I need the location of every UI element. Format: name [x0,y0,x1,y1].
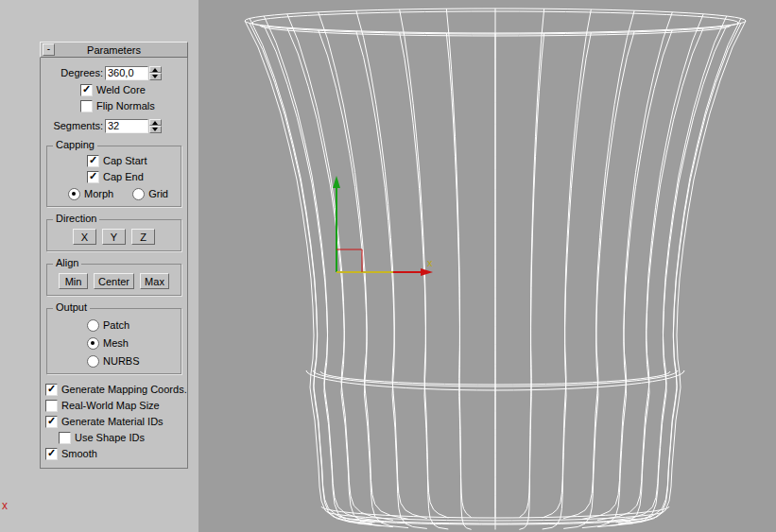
degrees-input[interactable]: 360,0 [105,66,148,80]
generate-material-checkbox[interactable] [45,416,58,428]
grid-radio[interactable] [132,188,145,200]
capping-group-title: Capping [53,139,97,150]
align-min-button[interactable]: Min [59,273,88,289]
mesh-radio[interactable] [87,337,99,350]
segments-spinner-up-icon[interactable] [149,119,162,127]
use-shape-ids-label: Use Shape IDs [75,432,145,443]
cap-end-label: Cap End [103,171,144,182]
direction-y-button[interactable]: Y [102,229,126,245]
output-group: Output Patch Mesh NURBS [46,308,181,374]
morph-radio-row[interactable]: Morph [68,187,113,200]
cap-start-checkbox[interactable] [87,155,99,167]
generate-mapping-row[interactable]: Generate Mapping Coords. [45,383,187,396]
degrees-spinner[interactable] [149,66,162,80]
generate-material-row[interactable]: Generate Material IDs [45,415,187,428]
segments-label: Segments: [53,120,103,131]
patch-radio[interactable] [87,319,99,332]
smooth-checkbox[interactable] [45,448,58,460]
degrees-row: Degrees: 360,0 [41,65,187,80]
generate-mapping-checkbox[interactable] [45,384,58,396]
real-world-checkbox[interactable] [45,400,58,412]
cap-start-row[interactable]: Cap Start [87,154,177,167]
segments-input[interactable]: 32 [105,119,148,133]
grid-label: Grid [148,188,168,199]
use-shape-ids-row[interactable]: Use Shape IDs [59,431,187,444]
rollout-collapse-button[interactable]: - [43,43,55,56]
segments-row: Segments: 32 [41,118,187,133]
output-mesh-row[interactable]: Mesh [87,336,177,350]
cap-start-label: Cap Start [103,155,147,166]
nurbs-radio[interactable] [87,355,99,368]
command-panel: - Parameters Degrees: 360,0 Weld Core Fl… [0,0,198,532]
align-group: Align Min Center Max [46,264,181,296]
viewport-corner-axis-label: x [2,499,8,512]
parameters-rollout-body: Degrees: 360,0 Weld Core Flip Normals Se… [40,58,188,469]
align-max-button[interactable]: Max [140,273,169,289]
direction-group: Direction X Y Z [46,219,181,251]
weld-core-checkbox[interactable] [80,84,93,96]
direction-x-button[interactable]: X [73,229,96,245]
cap-end-row[interactable]: Cap End [87,170,177,183]
smooth-row[interactable]: Smooth [45,447,187,460]
direction-group-title: Direction [53,213,99,224]
direction-z-button[interactable]: Z [131,229,155,245]
output-patch-row[interactable]: Patch [87,318,177,332]
svg-text:x: x [427,257,433,268]
weld-core-row[interactable]: Weld Core [80,83,187,96]
mesh-label: Mesh [103,337,129,349]
use-shape-ids-checkbox[interactable] [59,432,71,444]
viewport[interactable]: x [198,0,776,532]
patch-label: Patch [103,319,129,331]
output-nurbs-row[interactable]: NURBS [87,354,177,368]
degrees-spinner-up-icon[interactable] [149,66,162,74]
real-world-row[interactable]: Real-World Map Size [45,399,187,412]
capping-group: Capping Cap Start Cap End Morph [46,146,181,207]
rollout-title: Parameters [41,44,187,56]
degrees-label: Degrees: [60,67,103,78]
grid-radio-row[interactable]: Grid [132,187,168,200]
parameters-rollout-header[interactable]: - Parameters [40,42,188,58]
direction-buttons-row: X Y Z [51,229,177,245]
align-group-title: Align [53,257,81,268]
weld-core-label: Weld Core [96,84,146,95]
smooth-label: Smooth [61,448,97,459]
cap-end-checkbox[interactable] [87,171,99,183]
capping-mode-row: Morph Grid [68,187,177,200]
segments-spinner[interactable] [149,119,162,133]
morph-label: Morph [84,188,113,199]
viewport-svg[interactable]: x [198,0,776,532]
real-world-label: Real-World Map Size [61,400,160,411]
flip-normals-row[interactable]: Flip Normals [80,99,187,112]
degrees-spinner-down-icon[interactable] [149,73,162,80]
flip-normals-checkbox[interactable] [80,100,93,112]
morph-radio[interactable] [68,188,80,200]
generate-material-label: Generate Material IDs [61,416,164,427]
output-group-title: Output [53,301,90,313]
parameters-rollout: - Parameters Degrees: 360,0 Weld Core Fl… [40,42,188,469]
segments-spinner-down-icon[interactable] [149,126,162,133]
align-center-button[interactable]: Center [94,273,134,289]
align-buttons-row: Min Center Max [51,273,177,289]
nurbs-label: NURBS [103,355,140,367]
generate-mapping-label: Generate Mapping Coords. [61,384,187,395]
flip-normals-label: Flip Normals [96,100,155,112]
